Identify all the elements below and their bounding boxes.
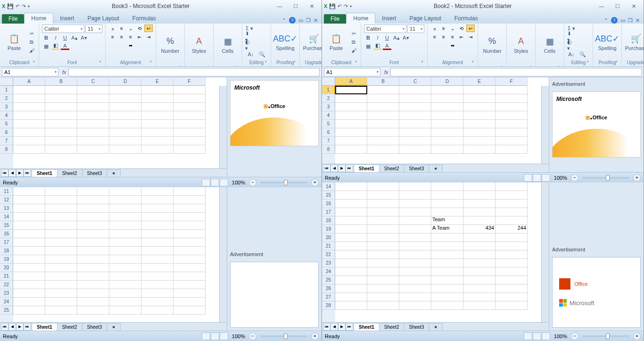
- formula-input[interactable]: [68, 68, 320, 76]
- tab-home[interactable]: Home: [346, 13, 375, 24]
- paste-button[interactable]: 📋 Paste: [3, 26, 25, 58]
- col-E[interactable]: E: [141, 77, 173, 86]
- view-break-icon[interactable]: [220, 179, 228, 186]
- shrink-font-icon[interactable]: A▾: [402, 34, 410, 42]
- align-right-icon[interactable]: ≡: [126, 33, 135, 41]
- cell-A1-selected[interactable]: [335, 86, 367, 94]
- shrink-font-icon[interactable]: A▾: [80, 34, 88, 42]
- styles-button[interactable]: AStyles: [510, 29, 532, 60]
- undo-icon[interactable]: ↶: [16, 3, 20, 9]
- col-B[interactable]: B: [45, 77, 77, 86]
- help-icon[interactable]: ?: [289, 17, 296, 24]
- border-icon[interactable]: ▦: [42, 42, 50, 50]
- sheet-tab-2[interactable]: Sheet2: [57, 169, 83, 177]
- cells[interactable]: [13, 86, 219, 168]
- orientation-icon[interactable]: ⟲: [135, 25, 144, 32]
- spelling-button[interactable]: ABC✓Spelling: [596, 26, 619, 58]
- maximize-button[interactable]: ☐: [288, 1, 304, 11]
- sheet-prev-icon[interactable]: ◀: [8, 169, 16, 177]
- maximize-button[interactable]: ☐: [610, 1, 626, 11]
- window-restore-icon[interactable]: ❐: [306, 17, 311, 24]
- merge-center-icon[interactable]: ⬌: [438, 42, 467, 49]
- col-C[interactable]: C: [77, 77, 109, 86]
- close-button[interactable]: ✕: [304, 1, 320, 11]
- font-name-combo[interactable]: Calibri: [364, 25, 406, 33]
- tab-file[interactable]: File: [324, 14, 346, 24]
- cell-F19[interactable]: 244: [495, 225, 528, 233]
- view-normal-icon[interactable]: [202, 179, 210, 186]
- tab-page-layout[interactable]: Page Layout: [403, 13, 447, 24]
- window-close-icon[interactable]: ✕: [636, 17, 640, 24]
- purchase-button[interactable]: 🛒Purchase: [303, 26, 322, 58]
- align-bottom-icon[interactable]: ⌄: [126, 25, 135, 32]
- view-layout-icon[interactable]: [211, 179, 219, 186]
- italic-button[interactable]: I: [51, 34, 60, 42]
- fx-icon[interactable]: fx: [62, 69, 66, 75]
- paste-button[interactable]: 📋Paste: [325, 26, 347, 58]
- cut-icon[interactable]: ✂: [27, 30, 36, 37]
- col-F[interactable]: F: [495, 77, 528, 86]
- font-color-icon[interactable]: A: [61, 42, 69, 50]
- sheet-tab-3[interactable]: Sheet3: [82, 169, 107, 177]
- cut-icon[interactable]: ✂: [349, 30, 358, 37]
- select-all-corner[interactable]: [0, 77, 13, 86]
- number-button[interactable]: %Number: [481, 29, 504, 60]
- sheet-last-icon[interactable]: ⏭: [24, 169, 31, 177]
- align-middle-icon[interactable]: ≡: [439, 25, 448, 32]
- formula-input[interactable]: [390, 68, 642, 76]
- sheet-next-icon[interactable]: ▶: [16, 169, 24, 177]
- vscroll[interactable]: [219, 187, 227, 322]
- tab-page-layout[interactable]: Page Layout: [81, 13, 125, 24]
- col-E[interactable]: E: [463, 77, 495, 86]
- clear-icon[interactable]: ◐ ▾: [567, 42, 576, 49]
- fill-color-icon[interactable]: ◧: [51, 42, 60, 50]
- font-size-combo[interactable]: 11: [85, 25, 102, 33]
- cells-button[interactable]: ▦Cells: [538, 29, 561, 60]
- copy-icon[interactable]: ⧉: [349, 38, 358, 46]
- font-size-combo[interactable]: 11: [407, 25, 424, 33]
- save-icon[interactable]: 💾: [7, 3, 14, 9]
- window-restore-icon[interactable]: ❐: [628, 17, 633, 24]
- close-button[interactable]: ✕: [626, 1, 642, 11]
- office-ad[interactable]: Microsoft ⊞.Office: [552, 91, 641, 158]
- format-painter-icon[interactable]: 🖌: [27, 47, 36, 54]
- office-ad[interactable]: Microsoft ⊞.Office: [230, 80, 319, 146]
- bold-button[interactable]: B: [42, 34, 50, 42]
- align-center-icon[interactable]: ≡: [117, 33, 126, 41]
- indent-inc-icon[interactable]: ⇥: [144, 33, 153, 41]
- tab-file[interactable]: File: [2, 14, 24, 24]
- font-name-combo[interactable]: Calibri: [42, 25, 84, 33]
- underline-button[interactable]: U: [383, 34, 391, 42]
- name-box[interactable]: A1: [324, 68, 380, 76]
- format-painter-icon[interactable]: 🖌: [349, 47, 358, 54]
- styles-button[interactable]: AStyles: [188, 29, 210, 60]
- sort-icon[interactable]: A↓: [567, 50, 576, 58]
- window-min-icon[interactable]: ▭: [620, 17, 625, 24]
- italic-button[interactable]: I: [373, 34, 382, 42]
- clear-icon[interactable]: ◐ ▾: [245, 42, 254, 49]
- orientation-icon[interactable]: ⟲: [457, 25, 466, 32]
- indent-dec-icon[interactable]: ⇤: [135, 33, 144, 41]
- tab-formulas[interactable]: Formulas: [448, 13, 485, 24]
- vscroll[interactable]: [541, 183, 549, 322]
- fx-icon[interactable]: fx: [384, 69, 388, 75]
- zoom-slider[interactable]: [260, 182, 307, 183]
- grow-font-icon[interactable]: A▴: [392, 34, 401, 42]
- col-C[interactable]: C: [399, 77, 431, 86]
- copy-icon[interactable]: ⧉: [27, 38, 36, 46]
- cell-D19[interactable]: A Team: [431, 225, 463, 233]
- vscroll[interactable]: [541, 86, 549, 164]
- tab-home[interactable]: Home: [24, 13, 53, 24]
- ribbon-min-icon[interactable]: ⌃: [282, 17, 286, 24]
- col-D[interactable]: D: [109, 77, 141, 86]
- align-top-icon[interactable]: ⌅: [430, 25, 439, 32]
- new-sheet-icon[interactable]: ✶: [107, 169, 121, 177]
- redo-icon[interactable]: ↷: [344, 3, 348, 9]
- tab-insert[interactable]: Insert: [375, 13, 403, 24]
- merge-center-icon[interactable]: ⬌: [116, 42, 145, 49]
- name-box[interactable]: A1: [2, 68, 58, 76]
- zoom-out-button[interactable]: −: [249, 179, 256, 186]
- select-all-corner[interactable]: [322, 77, 335, 86]
- window-min-icon[interactable]: ▭: [298, 17, 303, 24]
- minimize-button[interactable]: —: [272, 1, 288, 11]
